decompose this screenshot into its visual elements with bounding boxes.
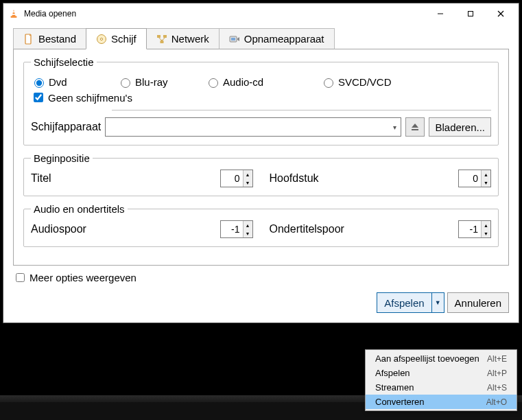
- menu-item-enqueue[interactable]: Aan afspeellijst toevoegen Alt+E: [366, 351, 517, 366]
- spin-down-icon[interactable]: ▼: [244, 229, 252, 237]
- svg-rect-8: [25, 34, 31, 44]
- title-spinbox[interactable]: 0 ▲▼: [220, 170, 253, 187]
- network-icon: [156, 34, 167, 45]
- disc-device-row: Schijfapparaat ▾ Bladeren...: [31, 117, 491, 137]
- group-legend: Beginpositie: [31, 152, 93, 164]
- svg-marker-19: [237, 37, 239, 41]
- disc-device-label: Schijfapparaat: [31, 121, 101, 133]
- cancel-button[interactable]: Annuleren: [447, 292, 509, 313]
- spin-down-icon[interactable]: ▼: [482, 229, 490, 237]
- chevron-down-icon: ▾: [393, 124, 396, 131]
- spin-up-icon[interactable]: ▲: [482, 221, 490, 229]
- svg-rect-12: [157, 35, 161, 38]
- audio-subs-group: Audio en ondertitels Audiospoor -1 ▲▼ On…: [23, 203, 499, 247]
- window-title: Media openen: [24, 9, 425, 19]
- checkbox-no-disc-menus[interactable]: Geen schijfmenu's: [31, 91, 491, 104]
- spin-down-icon[interactable]: ▼: [244, 178, 252, 187]
- close-button[interactable]: [486, 4, 516, 23]
- eject-icon: [410, 122, 420, 132]
- tab-network[interactable]: Netwerk: [146, 28, 220, 49]
- title-label: Titel: [31, 172, 220, 185]
- svg-rect-1: [12, 12, 15, 13]
- disc-device-combo[interactable]: ▾: [105, 117, 401, 137]
- minimize-button[interactable]: [425, 4, 455, 23]
- start-position-group: Beginpositie Titel 0 ▲▼ Hoofdstuk 0 ▲▼: [23, 152, 499, 196]
- spin-up-icon[interactable]: ▲: [482, 170, 490, 178]
- tab-bar: Bestand Schijf Netwerk Opnameapparaat: [13, 28, 509, 49]
- audio-track-label: Audiospoor: [31, 223, 220, 235]
- dialog-window: Media openen Bestand Schijf Netwerk Opna…: [3, 3, 519, 323]
- audio-track-spinbox[interactable]: -1 ▲▼: [220, 220, 253, 238]
- svg-rect-5: [468, 12, 473, 16]
- chapter-label: Hoofdstuk: [270, 172, 459, 185]
- menu-item-stream[interactable]: Streamen Alt+S: [366, 380, 517, 395]
- spin-down-icon[interactable]: ▼: [482, 178, 490, 187]
- separator: [112, 110, 491, 110]
- svg-rect-21: [412, 129, 418, 130]
- dialog-content: Bestand Schijf Netwerk Opnameapparaat Sc…: [3, 24, 519, 323]
- play-split-button[interactable]: Afspelen ▼: [377, 292, 444, 313]
- subtitle-track-spinbox[interactable]: -1 ▲▼: [458, 220, 491, 238]
- radio-dvd[interactable]: Dvd: [31, 76, 117, 88]
- svg-marker-20: [412, 124, 418, 128]
- menu-item-convert[interactable]: Converteren Alt+O: [366, 395, 517, 409]
- titlebar: Media openen: [3, 3, 519, 24]
- checkbox-more-options[interactable]: Meer opties weergeven: [13, 271, 509, 284]
- play-dropdown-toggle[interactable]: ▼: [431, 293, 444, 312]
- subtitle-track-label: Ondertitelspoor: [270, 223, 459, 235]
- maximize-button[interactable]: [455, 4, 486, 23]
- svg-marker-0: [12, 10, 15, 16]
- tab-label: Opnameapparaat: [244, 33, 324, 45]
- file-icon: [23, 34, 34, 45]
- radio-svcd[interactable]: SVCD/VCD: [320, 76, 392, 88]
- disc-type-radios: Dvd Blu-ray Audio-cd SVCD/VCD: [31, 76, 491, 88]
- disc-icon: [96, 34, 107, 45]
- play-dropdown-menu: Aan afspeellijst toevoegen Alt+E Afspele…: [365, 349, 517, 411]
- eject-button[interactable]: [405, 117, 425, 137]
- radio-audiocd[interactable]: Audio-cd: [205, 76, 320, 88]
- chapter-spinbox[interactable]: 0 ▲▼: [458, 170, 491, 187]
- disc-selection-group: Schijfselectie Dvd Blu-ray Audio-cd SVCD…: [23, 56, 499, 145]
- group-legend: Schijfselectie: [31, 56, 97, 68]
- browse-button[interactable]: Bladeren...: [429, 117, 491, 137]
- tab-label: Netwerk: [171, 33, 209, 45]
- svg-line-15: [158, 38, 162, 40]
- tab-label: Bestand: [38, 33, 76, 45]
- tab-capture[interactable]: Opnameapparaat: [219, 28, 335, 49]
- menu-item-play[interactable]: Afspelen Alt+P: [366, 366, 517, 380]
- spin-up-icon[interactable]: ▲: [244, 170, 252, 178]
- svg-rect-2: [12, 14, 16, 15]
- group-legend: Audio en ondertitels: [31, 203, 128, 215]
- disc-panel: Schijfselectie Dvd Blu-ray Audio-cd SVCD…: [13, 49, 509, 266]
- svg-rect-14: [160, 40, 163, 43]
- vlc-cone-icon: [9, 9, 19, 19]
- svg-line-16: [162, 38, 165, 40]
- tab-disc[interactable]: Schijf: [86, 28, 147, 49]
- tab-label: Schijf: [111, 33, 137, 45]
- svg-rect-18: [231, 38, 235, 40]
- play-button-label: Afspelen: [377, 293, 431, 312]
- svg-rect-3: [11, 16, 17, 18]
- capture-icon: [229, 34, 240, 45]
- svg-point-11: [100, 38, 102, 40]
- svg-rect-13: [163, 35, 167, 38]
- dialog-footer: Afspelen ▼ Annuleren: [13, 292, 509, 313]
- spin-up-icon[interactable]: ▲: [244, 221, 252, 229]
- radio-bluray[interactable]: Blu-ray: [117, 76, 205, 88]
- tab-file[interactable]: Bestand: [13, 28, 86, 49]
